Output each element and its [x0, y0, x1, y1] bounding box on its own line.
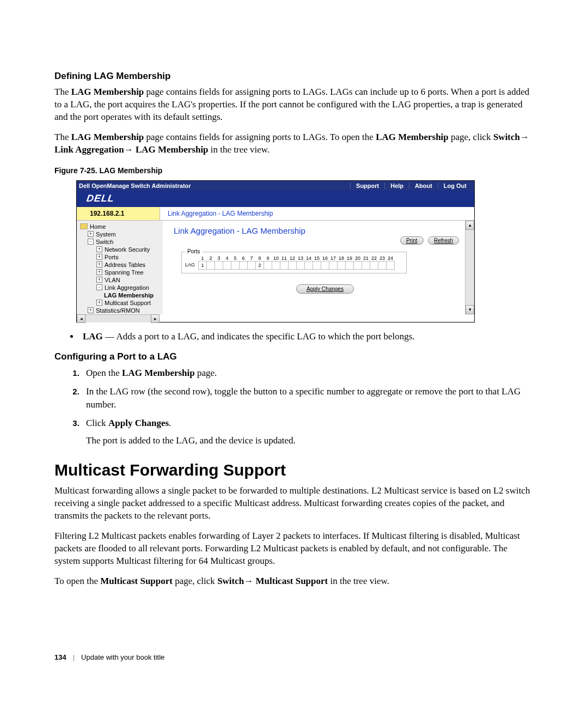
lag-cell[interactable]: [289, 261, 297, 269]
port-num: 14: [305, 255, 313, 261]
tree-ports[interactable]: +Ports: [80, 253, 163, 261]
tree-system[interactable]: +System: [80, 230, 163, 238]
logo-row: DELL: [77, 191, 474, 207]
menu-logout[interactable]: Log Out: [438, 182, 472, 189]
lag-cell[interactable]: [248, 261, 256, 269]
window-titlebar: Dell OpenManage Switch Administrator Sup…: [77, 181, 474, 191]
apply-changes-button[interactable]: Apply Changes: [296, 284, 354, 294]
lag-cell[interactable]: 2: [256, 261, 264, 269]
text: page, click: [173, 576, 217, 586]
text: To open the: [54, 576, 100, 586]
expand-icon[interactable]: +: [96, 269, 102, 275]
port-num: 17: [329, 255, 338, 261]
lag-cell[interactable]: [207, 261, 215, 269]
lag-value-row: 1 2: [199, 261, 395, 269]
tree-statistics-rmon[interactable]: +Statistics/RMON: [80, 307, 163, 314]
expand-icon[interactable]: +: [96, 261, 102, 267]
tree-label: Ports: [105, 254, 119, 260]
figure-caption: Figure 7-25. LAG Membership: [54, 166, 534, 175]
expand-icon[interactable]: +: [96, 246, 102, 252]
lag-cell[interactable]: [215, 261, 223, 269]
tree-label: Network Security: [105, 246, 150, 253]
tree-address-tables[interactable]: +Address Tables: [80, 261, 163, 269]
arrow-icon: →: [124, 144, 133, 155]
menu-help[interactable]: Help: [384, 182, 409, 189]
text-bold: Switch: [493, 132, 520, 142]
tree-lag-membership[interactable]: LAG Membership: [80, 291, 163, 299]
scroll-right-icon[interactable]: ▸: [151, 314, 160, 323]
text: in the tree view.: [328, 576, 389, 586]
lag-cell[interactable]: [313, 261, 321, 269]
lag-cell[interactable]: [231, 261, 240, 269]
tree-home[interactable]: Home: [80, 223, 163, 230]
arrow-icon: →: [244, 576, 253, 586]
tree-vlan[interactable]: +VLAN: [80, 276, 163, 284]
port-num: 12: [289, 255, 297, 261]
print-button[interactable]: Print: [400, 236, 424, 245]
collapse-icon[interactable]: -: [88, 239, 94, 245]
heading-configure-port: Configuring a Port to a LAG: [54, 351, 534, 362]
lag-cell[interactable]: [387, 261, 395, 269]
tree-link-aggregation[interactable]: -Link Aggregation: [80, 284, 163, 291]
port-num: 4: [223, 255, 231, 261]
expand-icon[interactable]: +: [96, 254, 102, 260]
port-num: 6: [240, 255, 248, 261]
lag-cell[interactable]: [223, 261, 231, 269]
lag-cell[interactable]: [338, 261, 346, 269]
breadcrumb: Link Aggregation - LAG Membership: [160, 207, 474, 220]
lag-cell[interactable]: [240, 261, 248, 269]
step-3-result: The port is added to the LAG, and the de…: [86, 434, 534, 447]
list-item: LAG — Adds a port to a LAG, and indicate…: [79, 330, 534, 343]
lag-cell[interactable]: [264, 261, 272, 269]
tree-switch[interactable]: -Switch: [80, 238, 163, 246]
lag-cell[interactable]: 1: [199, 261, 207, 269]
menu-about[interactable]: About: [409, 182, 438, 189]
port-num: 13: [297, 255, 305, 261]
text-bold: LAG Membership: [133, 144, 209, 155]
expand-icon[interactable]: +: [88, 231, 94, 237]
tree-label: Address Tables: [105, 261, 145, 268]
port-num: 15: [313, 255, 321, 261]
refresh-button[interactable]: Refresh: [428, 236, 459, 245]
vertical-scrollbar[interactable]: ▴ ▾: [465, 221, 474, 314]
menu-support[interactable]: Support: [350, 182, 384, 189]
port-num: 21: [362, 255, 370, 261]
expand-icon[interactable]: +: [88, 307, 94, 313]
dell-logo: DELL: [86, 193, 115, 204]
text: in the tree view.: [209, 144, 270, 155]
lag-cell[interactable]: [280, 261, 289, 269]
horizontal-scrollbar[interactable]: ◂ ▸: [77, 314, 160, 322]
lag-cell[interactable]: [378, 261, 387, 269]
collapse-icon[interactable]: -: [96, 284, 102, 290]
lag-cell[interactable]: [329, 261, 338, 269]
text: — Adds a port to a LAG, and indicates th…: [103, 331, 415, 342]
scroll-down-icon[interactable]: ▾: [465, 305, 474, 314]
tree-network-security[interactable]: +Network Security: [80, 246, 163, 253]
tree-label: Statistics/RMON: [96, 307, 140, 314]
port-num: 3: [215, 255, 223, 261]
scroll-left-icon[interactable]: ◂: [77, 314, 85, 323]
text: page contains fields for assigning ports…: [144, 132, 376, 142]
tree-multicast-support[interactable]: +Multicast Support: [80, 299, 163, 307]
port-num: 5: [231, 255, 240, 261]
lag-cell[interactable]: [362, 261, 370, 269]
lag-cell[interactable]: [346, 261, 354, 269]
scroll-up-icon[interactable]: ▴: [465, 221, 474, 230]
tree-spanning-tree[interactable]: +Spanning Tree: [80, 269, 163, 276]
text-bold: Switch: [217, 576, 244, 586]
port-num: 1: [199, 255, 207, 261]
lag-cell[interactable]: [297, 261, 305, 269]
lag-cell[interactable]: [321, 261, 329, 269]
lag-cell[interactable]: [272, 261, 280, 269]
text: .: [169, 418, 171, 428]
port-num: 16: [321, 255, 329, 261]
lag-cell[interactable]: [354, 261, 362, 269]
tree-label: Home: [90, 223, 106, 230]
lag-cell[interactable]: [305, 261, 313, 269]
tree-label: Spanning Tree: [105, 269, 144, 276]
tree-label: VLAN: [105, 277, 120, 283]
expand-icon[interactable]: +: [96, 277, 102, 283]
lag-cell[interactable]: [370, 261, 378, 269]
expand-icon[interactable]: +: [96, 300, 102, 306]
text-bold: Multicast Support: [253, 576, 328, 586]
